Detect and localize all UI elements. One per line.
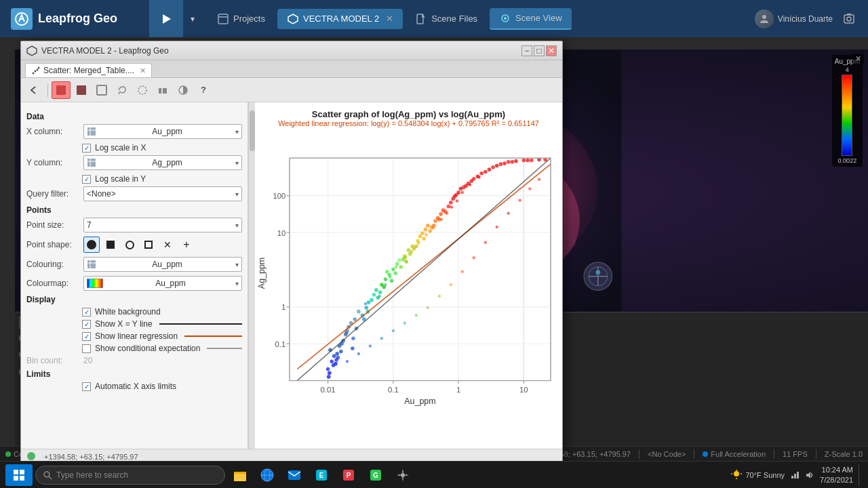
color-scale-close[interactable]: ✕	[852, 54, 864, 64]
toolbar-select-outline[interactable]	[92, 81, 111, 99]
log-x-checkbox[interactable]	[82, 144, 91, 152]
svg-marker-5	[288, 14, 298, 24]
tray-network[interactable]	[790, 470, 800, 480]
tab-vectra[interactable]: VECTRA MODEL 2 ✕	[277, 9, 403, 29]
toolbar-eraser[interactable]	[153, 81, 172, 99]
scatter-tab[interactable]: Scatter: Merged_Table.... ✕	[25, 63, 152, 77]
point-shape-row: Point shape: ✕ +	[26, 237, 242, 253]
svg-point-188	[511, 160, 515, 164]
svg-point-236	[27, 452, 35, 460]
toolbar-select-red[interactable]	[52, 81, 71, 99]
toolbar-circle-select[interactable]	[133, 81, 152, 99]
svg-point-203	[456, 199, 459, 203]
dialog-win-controls: − □ ✕	[521, 45, 557, 56]
close-scatter-tab[interactable]: ✕	[140, 66, 146, 75]
svg-marker-265	[806, 472, 810, 479]
svg-point-175	[522, 159, 526, 163]
taskbar-settings[interactable]	[391, 464, 415, 486]
toolbar-back[interactable]	[25, 81, 44, 99]
svg-point-181	[399, 265, 403, 269]
svg-point-11	[847, 17, 851, 21]
toolbar-help[interactable]: ?	[194, 81, 213, 99]
svg-rect-264	[797, 472, 799, 479]
user-area[interactable]: Vinícius Duarte	[755, 9, 833, 28]
svg-point-190	[364, 302, 368, 306]
settings-scrollbar[interactable]	[248, 102, 255, 449]
svg-point-119	[364, 306, 368, 310]
query-filter-select[interactable]: <None> ▾	[83, 186, 242, 201]
weather-widget[interactable]: 70°F Sunny	[730, 469, 785, 481]
tab-projects[interactable]: Projects	[208, 9, 275, 29]
shape-circle-filled[interactable]	[83, 237, 100, 253]
scroll-thumb[interactable]	[250, 110, 255, 151]
colouring-select[interactable]: Au_ppm ▾	[83, 257, 242, 272]
show-desktop[interactable]	[859, 464, 863, 486]
svg-line-59	[119, 92, 120, 94]
svg-text:0.1: 0.1	[388, 386, 399, 394]
status-code: <No Code>	[648, 450, 686, 458]
taskbar-app-3[interactable]: G	[363, 464, 388, 486]
start-button[interactable]	[5, 464, 33, 486]
projects-icon	[217, 13, 229, 25]
dialog-maximize[interactable]: □	[534, 45, 545, 56]
svg-rect-237	[14, 470, 18, 474]
conditional-checkbox[interactable]	[82, 344, 91, 353]
dropdown-arrow[interactable]: ▾	[183, 14, 202, 24]
close-tab-icon[interactable]: ✕	[386, 14, 393, 24]
user-name: Vinícius Duarte	[778, 14, 833, 24]
dialog-close[interactable]: ✕	[546, 45, 557, 56]
clock[interactable]: 10:24 AM 7/28/2021	[820, 465, 853, 485]
screenshot-icon[interactable]	[841, 11, 857, 27]
taskbar-app-2[interactable]: P	[336, 464, 361, 486]
taskbar-outlook[interactable]	[282, 464, 307, 486]
colourmap-swatch	[87, 279, 103, 288]
svg-point-135	[397, 258, 401, 262]
colourmap-select[interactable]: Au_ppm ▾	[83, 276, 242, 291]
scatter-chart-subtitle: Weighted linear regression: log(y) = 0.5…	[255, 119, 562, 127]
data-section-title: Data	[26, 112, 242, 121]
auto-x-checkbox[interactable]	[82, 382, 91, 391]
view-icon	[499, 12, 511, 24]
point-shape-label: Point shape:	[26, 240, 81, 249]
svg-marker-51	[27, 46, 37, 56]
svg-point-222	[518, 199, 521, 202]
svg-point-8	[504, 17, 507, 20]
tab-scene-files[interactable]: Scene Files	[406, 9, 487, 29]
svg-point-159	[456, 190, 460, 195]
shape-square-filled[interactable]	[102, 237, 119, 253]
taskbar-browser[interactable]	[255, 464, 279, 486]
colourmap-label: Colourmap:	[26, 279, 81, 288]
svg-point-122	[370, 298, 374, 302]
y-column-select[interactable]: Ag_ppm ▾	[83, 155, 242, 170]
shape-plus[interactable]: +	[178, 237, 195, 253]
tab-scene-view[interactable]: Scene View	[490, 8, 571, 30]
svg-point-195	[404, 256, 408, 260]
svg-point-213	[415, 314, 418, 317]
svg-text:E: E	[319, 472, 324, 479]
taskbar-file-explorer[interactable]	[228, 464, 252, 486]
white-bg-checkbox[interactable]	[82, 308, 91, 317]
toolbar-lasso[interactable]	[113, 81, 132, 99]
xy-line-checkbox[interactable]	[82, 320, 91, 329]
accel-dot	[703, 451, 708, 457]
show-xy-line-row: Show X = Y line	[82, 319, 242, 329]
svg-marker-2	[163, 14, 171, 24]
x-column-select[interactable]: Au_ppm ▾	[83, 124, 242, 139]
toolbar-select-dark[interactable]	[72, 81, 91, 99]
search-bar[interactable]: Type here to search	[35, 466, 225, 485]
shape-circle-empty[interactable]	[121, 237, 138, 253]
shape-square-empty[interactable]	[140, 237, 157, 253]
toolbar-invert[interactable]	[174, 81, 193, 99]
xy-line-preview	[159, 323, 242, 325]
avatar	[755, 9, 774, 28]
log-y-checkbox[interactable]	[82, 175, 91, 184]
svg-point-191	[378, 295, 381, 298]
dialog-minimize[interactable]: −	[521, 45, 532, 56]
shape-x[interactable]: ✕	[159, 237, 176, 253]
x-col-arrow: ▾	[235, 128, 239, 136]
regression-checkbox[interactable]	[82, 332, 91, 341]
taskbar-app-1[interactable]: E	[309, 464, 334, 486]
play-button[interactable]	[149, 0, 183, 37]
tray-volume[interactable]	[805, 470, 814, 480]
point-size-select[interactable]: 7 ▾	[83, 218, 242, 232]
